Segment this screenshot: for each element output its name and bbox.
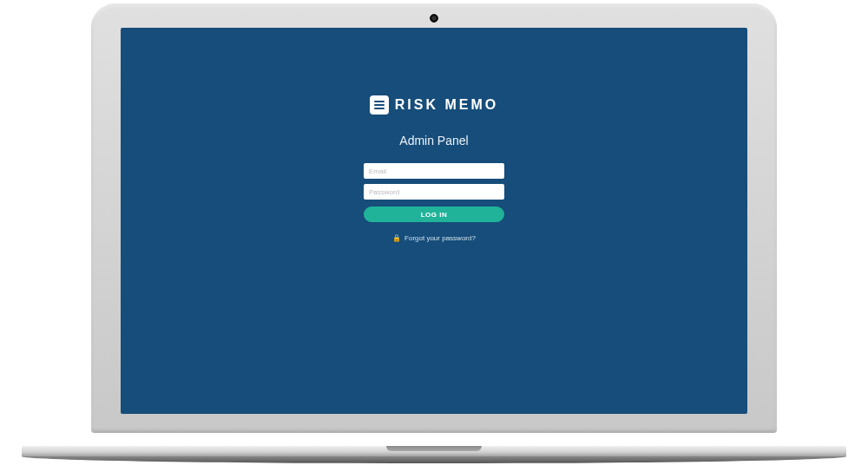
lock-icon: 🔒: [392, 234, 401, 242]
password-field[interactable]: [364, 184, 504, 200]
login-button[interactable]: LOG IN: [364, 206, 504, 222]
login-form: LOG IN: [364, 163, 504, 222]
logo: RISK MEMO: [370, 95, 498, 115]
email-field[interactable]: [364, 163, 504, 179]
memo-icon: [370, 95, 389, 115]
brand-name: RISK MEMO: [395, 97, 498, 113]
page-title: Admin Panel: [399, 134, 468, 148]
camera-dot: [430, 14, 438, 23]
trackpad-notch: [386, 446, 482, 451]
forgot-password-link[interactable]: Forgot your password?: [404, 234, 476, 242]
laptop-frame: RISK MEMO Admin Panel LOG IN 🔒 Forgot yo…: [91, 3, 777, 463]
app-screen: RISK MEMO Admin Panel LOG IN 🔒 Forgot yo…: [121, 28, 747, 414]
laptop-bezel: RISK MEMO Admin Panel LOG IN 🔒 Forgot yo…: [91, 3, 777, 433]
forgot-password-row: 🔒 Forgot your password?: [392, 234, 476, 242]
laptop-base: [22, 446, 846, 463]
